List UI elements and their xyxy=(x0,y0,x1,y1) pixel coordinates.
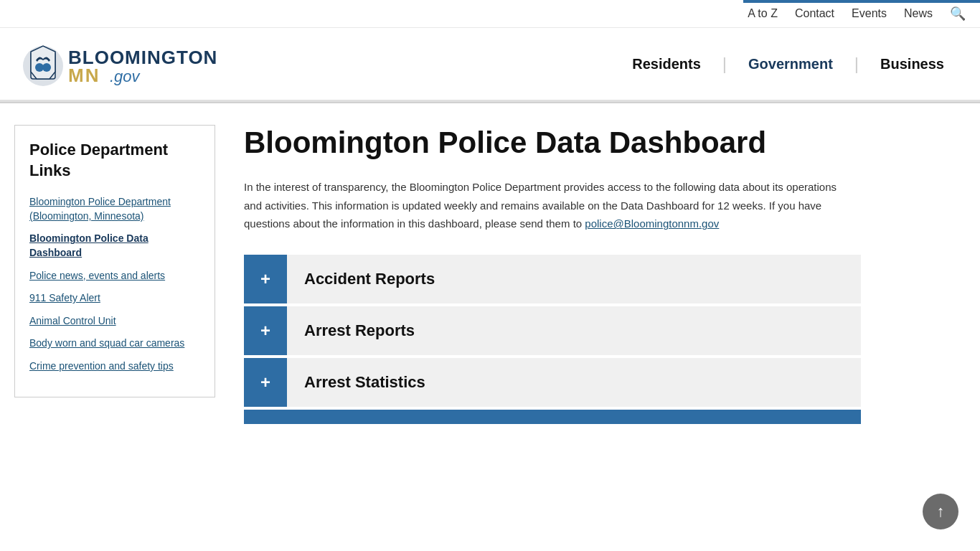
accordion-item-more[interactable] xyxy=(244,410,861,424)
list-item: Bloomington Police Data Dashboard xyxy=(29,232,200,260)
svg-text:MN: MN xyxy=(68,65,100,86)
top-utility-bar: A to Z Contact Events News 🔍 xyxy=(0,0,980,28)
accordion: + Accident Reports + Arrest Reports + Ar… xyxy=(244,255,861,424)
svg-point-4 xyxy=(42,63,51,72)
sidebar-title: Police Department Links xyxy=(29,140,200,181)
accordion-plus-icon-2: + xyxy=(244,306,287,355)
list-item: Bloomington Police Department (Bloomingt… xyxy=(29,195,200,223)
accordion-label-accident: Accident Reports xyxy=(287,270,452,288)
sidebar-links: Bloomington Police Department (Bloomingt… xyxy=(29,195,200,373)
main-nav: Residents | Government | Business xyxy=(611,49,966,80)
list-item: Police news, events and alerts xyxy=(29,269,200,283)
accordion-item-stats[interactable]: + Arrest Statistics xyxy=(244,358,861,407)
sidebar-link-cameras[interactable]: Body worn and squad car cameras xyxy=(29,337,184,349)
main-layout: Police Department Links Bloomington Poli… xyxy=(0,103,980,446)
atoz-link[interactable]: A to Z xyxy=(748,7,778,20)
intro-text-body: In the interest of transparency, the Blo… xyxy=(244,181,837,230)
sidebar-link-crime[interactable]: Crime prevention and safety tips xyxy=(29,360,174,372)
sidebar-link-bpd[interactable]: Bloomington Police Department (Bloomingt… xyxy=(29,196,171,222)
accordion-plus-icon-3: + xyxy=(244,358,287,407)
email-link[interactable]: police@Bloomingtonnm.gov xyxy=(585,217,719,230)
list-item: 911 Safety Alert xyxy=(29,291,200,306)
page-title: Bloomington Police Data Dashboard xyxy=(244,125,966,161)
intro-text: In the interest of transparency, the Blo… xyxy=(244,178,854,233)
logo-area: ★ BLOOMINGTON MN .gov xyxy=(14,35,258,93)
nav-government[interactable]: Government xyxy=(727,49,854,80)
site-header: ★ BLOOMINGTON MN .gov Residents | Govern… xyxy=(0,28,980,102)
list-item: Body worn and squad car cameras xyxy=(29,336,200,351)
accordion-label-stats: Arrest Statistics xyxy=(287,373,443,392)
events-link[interactable]: Events xyxy=(852,7,887,20)
search-button[interactable]: 🔍 xyxy=(950,6,966,22)
accordion-item-arrest[interactable]: + Arrest Reports xyxy=(244,306,861,355)
news-link-top[interactable]: News xyxy=(904,7,933,20)
sidebar-link-dashboard[interactable]: Bloomington Police Data Dashboard xyxy=(29,232,149,258)
active-indicator xyxy=(743,0,980,3)
sidebar-link-animal[interactable]: Animal Control Unit xyxy=(29,315,116,326)
site-logo[interactable]: ★ BLOOMINGTON MN .gov xyxy=(14,35,258,93)
list-item: Crime prevention and safety tips xyxy=(29,359,200,374)
sidebar: Police Department Links Bloomington Poli… xyxy=(14,125,215,397)
main-content: Bloomington Police Data Dashboard In the… xyxy=(244,125,966,424)
accordion-plus-icon: + xyxy=(244,255,287,303)
contact-link[interactable]: Contact xyxy=(795,7,834,20)
list-item: Animal Control Unit xyxy=(29,314,200,329)
accordion-label-arrest: Arrest Reports xyxy=(287,321,432,340)
sidebar-link-news[interactable]: Police news, events and alerts xyxy=(29,270,165,281)
svg-text:.gov: .gov xyxy=(110,67,141,85)
search-icon: 🔍 xyxy=(950,6,966,21)
nav-business[interactable]: Business xyxy=(859,49,966,80)
sidebar-link-911[interactable]: 911 Safety Alert xyxy=(29,292,100,303)
nav-residents[interactable]: Residents xyxy=(611,49,722,80)
accordion-item-accident[interactable]: + Accident Reports xyxy=(244,255,861,303)
